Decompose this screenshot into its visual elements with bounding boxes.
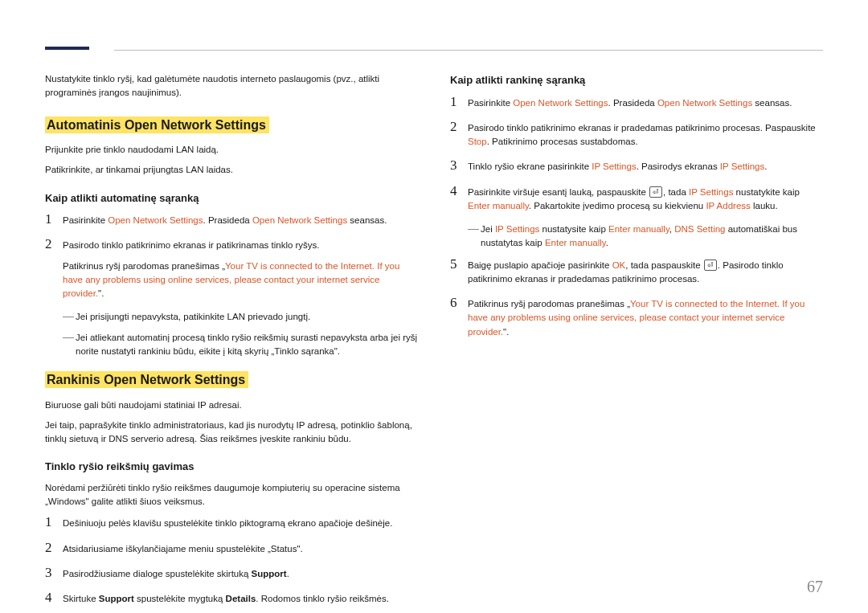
t: Open Network Settings (252, 215, 347, 225)
left-column: Nustatykite tinklo ryšį, kad galėtumėte … (45, 72, 418, 613)
t: Pasirodo tinklo patikrinimo ekranas ir p… (468, 123, 816, 133)
t: nustatysite kaip (539, 224, 608, 234)
step-number: 1 (45, 515, 63, 530)
t: Open Network Settings (657, 98, 752, 108)
t: . (287, 569, 289, 578)
para-b2: Jei taip, paprašykite tinklo administrat… (45, 419, 418, 447)
sub-manual-setup: Kaip atlikti rankinę sąranką (450, 72, 823, 88)
t: Jei atliekant automatinį procesą tinklo … (76, 331, 418, 359)
right-column: Kaip atlikti rankinę sąranką 1 Pasirinki… (450, 72, 823, 613)
heading-manual: Rankinis Open Network Settings (45, 371, 248, 388)
para-a1: Prijunkite prie tinklo naudodami LAN lai… (45, 143, 418, 157)
list-item: 2 Atsidariusiame iškylančiajame meniu sp… (45, 541, 418, 556)
t: Details (226, 594, 256, 603)
dash-item: ― Jei IP Settings nustatysite kaip Enter… (468, 223, 823, 251)
dash-item: ―Jei atliekant automatinį procesą tinklo… (63, 331, 418, 359)
para-b1: Biuruose gali būti naudojami statiniai I… (45, 398, 418, 412)
list-item: 2 Pasirodo tinklo patikrinimo ekranas ir… (450, 120, 823, 149)
t: Patikrinus ryšį parodomas pranešimas „ (63, 261, 225, 271)
list-item: 5 Baigę puslapio apačioje pasirinkite OK… (450, 257, 823, 287)
t: . Pasirodys ekranas (637, 161, 720, 171)
sub-values: Tinklo ryšio reikšmių gavimas (45, 459, 418, 475)
step-number: 1 (450, 95, 468, 110)
step-number: 2 (450, 120, 468, 135)
step-number: 3 (450, 158, 468, 174)
t: . Prasideda (608, 98, 657, 108)
t: Pasirodo tinklo patikrinimo ekranas ir p… (63, 240, 320, 250)
t: spustelėkite mygtuką (134, 594, 226, 603)
t: . (764, 161, 767, 171)
accent-bar (45, 47, 89, 50)
t: Open Network Settings (513, 98, 608, 108)
t: Atsidariusiame iškylančiajame meniu spus… (63, 541, 418, 556)
header-rule (114, 50, 823, 51)
t: seansas. (752, 98, 792, 108)
list-item: 1 Pasirinkite Open Network Settings. Pra… (45, 212, 418, 227)
page-number: 67 (807, 574, 823, 599)
step-number: 4 (45, 591, 63, 606)
step-number: 4 (450, 184, 468, 199)
t: Baigę puslapio apačioje pasirinkite (468, 260, 612, 270)
t: ". (98, 288, 104, 298)
t: . Pakartokite įvedimo procesą su kiekvie… (529, 201, 706, 210)
list-item: 1 Pasirinkite Open Network Settings. Pra… (450, 95, 823, 110)
list-item: 1 Dešiniuoju pelės klavišu spustelėkite … (45, 515, 418, 530)
t: IP Address (706, 201, 750, 210)
list-item: 3 Pasirodžiusiame dialoge spustelėkite s… (45, 566, 418, 581)
t: Pasirinkite (63, 215, 108, 225)
t: nustatykite kaip (733, 187, 799, 197)
t: Enter manually (468, 201, 529, 210)
t: Pasirinkite viršuje esantį lauką, paspau… (468, 187, 649, 197)
t: Support (252, 569, 287, 578)
t: seansas. (347, 215, 387, 225)
t: IP Settings (495, 224, 539, 234)
t: Stop (468, 137, 487, 146)
t: . Rodomos tinklo ryšio reikšmės. (256, 594, 389, 603)
t: Jei (481, 224, 495, 234)
t: Patikrinus ryšį parodomas pranešimas „ (468, 299, 630, 309)
t: Enter manually (608, 224, 669, 234)
t: Open Network Settings (108, 215, 203, 225)
t: Support (99, 594, 134, 603)
dash-item: ―Jei prisijungti nepavyksta, patikinkite… (63, 310, 418, 324)
enter-icon: ⏎ (704, 260, 717, 271)
step-number: 6 (450, 296, 468, 311)
t: IP Settings (689, 187, 733, 197)
t: Tinklo ryšio ekrane pasirinkite (468, 161, 592, 171)
t: OK (612, 260, 626, 270)
t: . Prasideda (203, 215, 252, 225)
t: . Patikrinimo procesas sustabdomas. (487, 137, 638, 146)
t: lauku. (751, 201, 778, 210)
list-item: 6 Patikrinus ryšį parodomas pranešimas „… (450, 296, 823, 339)
t: . (606, 238, 608, 247)
sub-automatic: Kaip atlikti automatinę sąranką (45, 190, 418, 206)
t: Jei prisijungti nepavyksta, patikinkite … (76, 310, 310, 324)
list-item: 3 Tinklo ryšio ekrane pasirinkite IP Set… (450, 158, 823, 174)
list-item: 4 Skirtuke Support spustelėkite mygtuką … (45, 591, 418, 606)
t: , tada (663, 187, 689, 197)
step-number: 1 (45, 212, 63, 227)
step-number: 3 (45, 566, 63, 581)
t: IP Settings (720, 161, 764, 171)
t: Skirtuke (63, 594, 99, 603)
heading-automatic: Automatinis Open Network Settings (45, 116, 269, 133)
para-b3: Norėdami peržiūrėti tinklo ryšio reikšme… (45, 481, 418, 509)
list-item: 4 Pasirinkite viršuje esantį lauką, pasp… (450, 184, 823, 214)
step-number: 5 (450, 257, 468, 272)
t: DNS Setting (674, 224, 725, 234)
t: Enter manually (545, 238, 606, 247)
t: Pasirinkite (468, 98, 513, 108)
t: , tada paspauskite (625, 260, 703, 270)
step-number: 2 (45, 237, 63, 252)
step-number: 2 (45, 541, 63, 556)
t: Pasirodžiusiame dialoge spustelėkite ski… (63, 569, 252, 578)
enter-icon: ⏎ (649, 186, 662, 198)
list-item: 2 Pasirodo tinklo patikrinimo ekranas ir… (45, 237, 418, 300)
t: IP Settings (592, 161, 636, 171)
t: ". (503, 327, 509, 337)
t: Dešiniuoju pelės klavišu spustelėkite ti… (63, 515, 418, 530)
para-a2: Patikrinkite, ar tinkamai prijungtas LAN… (45, 163, 418, 177)
intro-text: Nustatykite tinklo ryšį, kad galėtumėte … (45, 72, 418, 100)
